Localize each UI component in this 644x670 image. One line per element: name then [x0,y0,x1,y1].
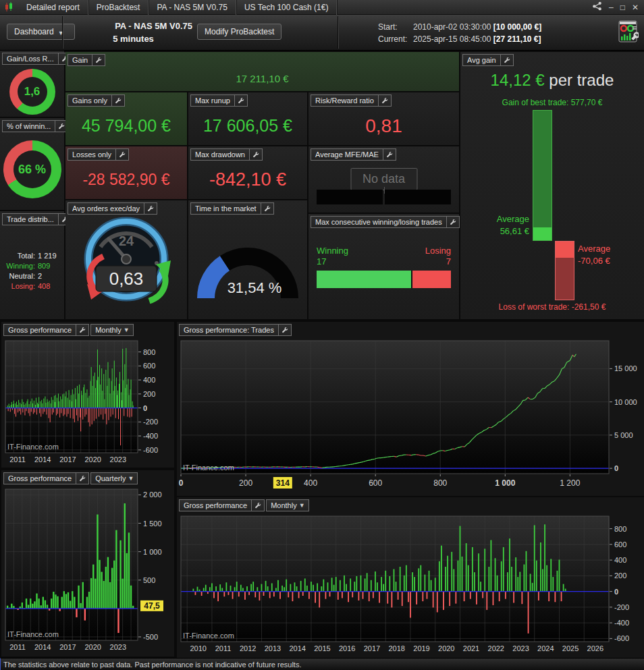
period-dropdown[interactable]: Monthly▼ [266,499,308,511]
svg-text:2014: 2014 [289,644,305,652]
trade-distribution-title: Trade distrib... [3,214,58,225]
modify-probacktest-button[interactable]: Modify ProBacktest [197,24,281,40]
max-drawdown-title: Max drawdown [191,149,249,160]
avg-win-labels: Average56,61 € [497,214,529,236]
chart-panel-monthly-small: Gross performanceMonthly▼ IT-Finance.com… [1,322,174,468]
pct-winning-title: % of winnin... [3,121,55,132]
mae-bar-right [385,190,451,204]
chart-panel-trades: Gross performance: Trades IT-Finance.com… [177,322,644,496]
menu-system-name[interactable]: PA - NAS 5M V0.75 [149,0,236,15]
svg-text:IT-Finance.com: IT-Finance.com [7,443,59,451]
distribution-row: Winning:809 [0,261,64,271]
wrench-icon[interactable] [251,500,264,511]
distribution-row: Losing:408 [0,281,64,291]
start-amount: [10 000,00 €] [493,22,541,32]
losses-only-value: -28 582,90 € [65,161,187,199]
avg-gain-title: Avg gain [463,55,500,65]
wrench-icon[interactable] [234,95,247,106]
svg-text:800: 800 [433,478,447,488]
distribution-row: Neutral:2 [0,271,64,281]
toolbar-separator [62,16,63,49]
close-button[interactable]: ✕ [632,3,639,11]
svg-text:2011: 2011 [9,643,26,651]
svg-text:2025: 2025 [562,644,579,652]
trade-distribution-list: Total:1 219Winning:809Neutral:2Losing:40… [0,251,64,291]
report-settings-icon[interactable] [617,19,639,47]
svg-text:1 000: 1 000 [143,548,162,556]
wrench-icon[interactable] [76,473,88,484]
svg-text:2012: 2012 [240,644,256,652]
period-dropdown[interactable]: Monthly▼ [90,324,133,336]
svg-text:2020: 2020 [84,643,101,651]
menu-detailed-report[interactable]: Detailed report [18,0,88,15]
max-consecutive-title: Max consecutive winning/losing trades [311,217,446,227]
svg-text:0,63: 0,63 [109,269,144,289]
wrench-icon[interactable] [249,149,262,160]
svg-text:5 000: 5 000 [614,431,633,439]
svg-text:2017: 2017 [59,455,76,464]
timeframe-text: 5 minutes [74,32,192,45]
start-label: Start: [378,21,413,33]
tile-gain-loss-ratio: Gain/Loss R... 1,6 [0,51,64,117]
gains-only-value: 45 794,00 € [65,107,187,145]
avg-loss-labels: Average-70,06 € [578,244,610,266]
wrench-icon[interactable] [144,203,157,214]
svg-text:-500: -500 [143,633,158,641]
period-dropdown[interactable]: Quarterly▼ [90,472,138,484]
wrench-icon[interactable] [261,203,273,214]
tile-risk-reward: Risk/Reward ratio 0,81 [308,92,459,145]
risk-reward-value: 0,81 [308,107,459,145]
wrench-icon[interactable] [278,325,291,335]
svg-text:500: 500 [143,576,155,584]
svg-text:2 000: 2 000 [143,491,162,499]
svg-text:200: 200 [143,390,155,398]
svg-text:2022: 2022 [488,644,504,652]
trades-equity-chart: IT-Finance.com15 00010 0005 000002004006… [177,337,644,495]
svg-text:2014: 2014 [34,455,51,464]
wrench-icon[interactable] [383,149,396,160]
svg-text:2017: 2017 [59,643,76,651]
wrench-icon[interactable] [92,55,105,65]
menu-instrument[interactable]: US Tech 100 Cash (1€) [236,0,338,15]
worst-trade-bar [555,241,574,300]
status-bar: The statistics above relate to past data… [0,658,644,670]
svg-text:400: 400 [304,478,317,488]
svg-text:2024: 2024 [537,644,554,652]
wrench-icon[interactable] [446,217,459,227]
dashboard-dropdown[interactable]: Dashboard▼ [7,24,75,40]
losing-label: Losing [425,246,451,256]
tile-max-drawdown: Max drawdown -842,10 € [188,146,307,199]
consecutive-losing-bar [412,271,451,288]
pct-winning-value: 66 % [14,150,51,188]
tile-gains-only: Gains only 45 794,00 € [65,92,187,145]
svg-text:0: 0 [614,588,618,596]
svg-text:2023: 2023 [512,644,529,652]
minimize-button[interactable]: – [609,3,614,11]
chevron-down-icon: ▼ [124,325,133,335]
svg-text:2016: 2016 [339,644,355,652]
chart-title: Gross performance [4,473,76,484]
wrench-icon[interactable] [76,325,88,335]
mfe-bar-left [317,190,383,204]
avg-gain-suffix: per trade [545,71,614,89]
wrench-icon[interactable] [500,55,513,65]
start-datetime: 2010-apr-02 03:30:00 [413,22,491,32]
gain-loss-ratio-donut: 1,6 [9,69,55,115]
wrench-icon[interactable] [115,149,128,160]
avg-orders-title: Avg orders exec/day [68,203,144,214]
maximize-button[interactable]: □ [620,3,625,11]
system-name-text: PA - NAS 5M V0.75 [74,20,192,32]
avg-loss-segment [556,242,574,258]
current-amount: [27 211,10 €] [493,34,541,44]
toolbar-separator-2 [338,16,338,49]
wrench-icon[interactable] [378,95,391,106]
worst-trade-label: Loss of worst trade: -261,50 € [460,302,644,312]
wrench-icon[interactable] [111,95,124,106]
avg-mfe-mae-title: Average MFE/MAE [311,149,383,160]
gain-loss-ratio-value: 1,6 [18,77,47,107]
share-icon[interactable] [592,1,602,13]
menu-probacktest[interactable]: ProBacktest [88,0,149,15]
svg-text:2020: 2020 [84,455,101,464]
consecutive-bar [317,271,451,288]
losing-count: 7 [446,256,451,267]
